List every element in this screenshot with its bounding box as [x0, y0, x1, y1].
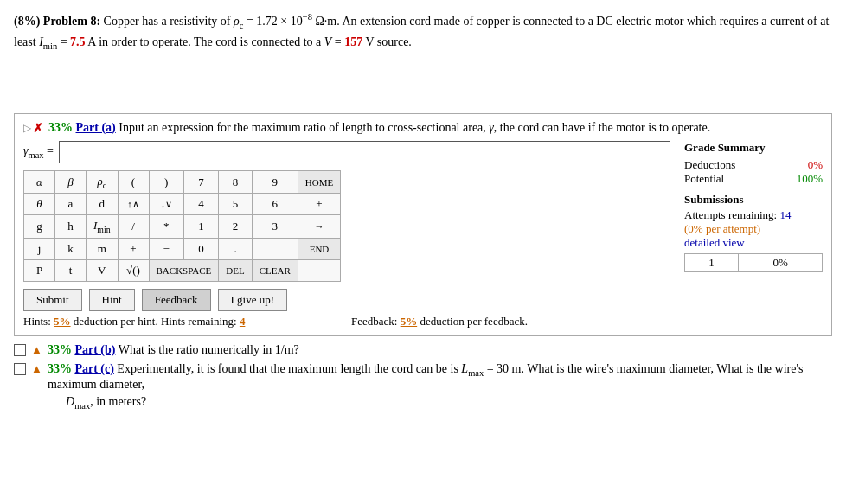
key-slash[interactable]: / [118, 215, 149, 239]
key-open-paren[interactable]: ( [118, 170, 149, 194]
key-plus-r[interactable]: + [298, 194, 340, 215]
part-a-icons: ▷ ✗ [23, 121, 43, 136]
key-k[interactable]: k [55, 239, 87, 260]
key-up-arr[interactable]: ↑∧ [118, 194, 149, 215]
attempts-link[interactable]: 14 [779, 208, 791, 221]
attempts-text: Attempts remaining: 14 [684, 208, 823, 222]
deductions-val: 0% [808, 158, 823, 172]
feedback-text: Feedback: 5% deduction per feedback. [351, 315, 670, 329]
key-g[interactable]: g [24, 215, 55, 239]
key-6[interactable]: 6 [252, 194, 298, 215]
key-h[interactable]: h [55, 215, 87, 239]
sub-pct: 0% [739, 253, 823, 271]
part-c-percent: 33% [48, 362, 72, 375]
deductions-label: Deductions [684, 158, 735, 172]
input-label: γmax = [23, 144, 54, 160]
submit-button[interactable]: Submit [23, 289, 82, 311]
key-alpha[interactable]: α [24, 170, 55, 194]
key-home[interactable]: HOME [298, 170, 340, 194]
hints-feedback-row: Hints: 5% deduction per hint. Hints rema… [23, 315, 670, 329]
part-c-dmax: Dmax, in meters? [14, 395, 832, 411]
problem-statement: (8%) Problem 8: Copper has a resistivity… [14, 10, 832, 54]
part-c-row: ▲ 33% Part (c) Experimentally, it is fou… [14, 362, 832, 392]
part-b-warning-icon: ▲ [31, 343, 42, 357]
expand-icon[interactable]: ▷ [23, 122, 31, 135]
key-0[interactable]: 0 [183, 239, 218, 260]
part-b-section: ▲ 33% Part (b) What is the ratio numeric… [14, 343, 832, 357]
part-b-row: ▲ 33% Part (b) What is the ratio numeric… [14, 343, 832, 357]
key-P[interactable]: P [24, 260, 55, 282]
giveup-button[interactable]: I give up! [218, 289, 288, 311]
sub-num: 1 [685, 253, 739, 271]
key-2[interactable]: 2 [219, 215, 252, 239]
feedback-button[interactable]: Feedback [142, 289, 211, 311]
key-1[interactable]: 1 [183, 215, 218, 239]
problem-header: (8%) Problem 8: [14, 15, 100, 28]
part-b-checkbox[interactable] [14, 344, 26, 356]
key-4[interactable]: 4 [183, 194, 218, 215]
key-down-arr[interactable]: ↓∨ [149, 194, 183, 215]
submissions-table: 1 0% [684, 253, 823, 272]
key-7[interactable]: 7 [183, 170, 218, 194]
potential-val: 100% [797, 172, 823, 186]
deductions-row: Deductions 0% [684, 158, 823, 172]
key-8[interactable]: 8 [219, 170, 252, 194]
submissions-title: Submissions [684, 193, 823, 207]
key-del[interactable]: DEL [219, 260, 252, 282]
key-t[interactable]: t [55, 260, 87, 282]
key-5[interactable]: 5 [219, 194, 252, 215]
part-c-warning-icon: ▲ [31, 362, 42, 376]
detailed-view-link[interactable]: detailed view [684, 236, 823, 250]
keyboard-table: α β ρc ( ) 7 8 9 HOME θ a d ↑∧ [23, 170, 341, 282]
key-clear[interactable]: CLEAR [252, 260, 298, 282]
grade-title: Grade Summary [684, 141, 823, 155]
key-V[interactable]: V [87, 260, 119, 282]
part-c-checkbox[interactable] [14, 363, 26, 375]
answer-input-row: γmax = [23, 141, 670, 163]
potential-label: Potential [684, 172, 724, 186]
key-beta[interactable]: β [55, 170, 87, 194]
part-c-section: ▲ 33% Part (c) Experimentally, it is fou… [14, 362, 832, 411]
key-rho-c[interactable]: ρc [87, 170, 119, 194]
key-right-arr[interactable]: → [298, 215, 340, 239]
hints-text: Hints: 5% deduction per hint. Hints rema… [23, 315, 343, 329]
key-star[interactable]: * [149, 215, 183, 239]
action-buttons: Submit Hint Feedback I give up! [23, 289, 670, 311]
part-a-header: ▷ ✗ 33% Part (a) Input an expression for… [23, 121, 823, 136]
close-icon[interactable]: ✗ [33, 121, 43, 136]
part-a-question: Input an expression for the maximum rati… [119, 121, 710, 134]
part-a-percent: 33% [48, 121, 73, 134]
key-d[interactable]: d [87, 194, 119, 215]
key-backspace[interactable]: BACKSPACE [149, 260, 219, 282]
potential-row: Potential 100% [684, 172, 823, 186]
per-attempt-text: (0% per attempt) [684, 222, 823, 236]
key-9[interactable]: 9 [252, 170, 298, 194]
answer-input[interactable] [59, 141, 670, 163]
key-j[interactable]: j [24, 239, 55, 260]
key-a[interactable]: a [55, 194, 87, 215]
key-dot[interactable]: . [219, 239, 252, 260]
key-minus[interactable]: − [149, 239, 183, 260]
part-c-label: Part (c) [74, 362, 113, 375]
part-b-label: Part (b) [74, 343, 115, 356]
key-plus[interactable]: + [118, 239, 149, 260]
part-a-label: Part (a) [76, 121, 116, 134]
grade-summary: Grade Summary Deductions 0% Potential 10… [684, 141, 823, 272]
key-end[interactable]: END [298, 239, 340, 260]
key-empty [252, 239, 298, 260]
key-sqrt[interactable]: √() [118, 260, 149, 282]
key-close-paren[interactable]: ) [149, 170, 183, 194]
key-imin[interactable]: Imin [87, 215, 119, 239]
keyboard: α β ρc ( ) 7 8 9 HOME θ a d ↑∧ [23, 170, 670, 282]
key-3[interactable]: 3 [252, 215, 298, 239]
part-b-question: What is the ratio numerically in 1/m? [119, 343, 299, 356]
key-theta[interactable]: θ [24, 194, 55, 215]
part-c-question: Experimentally, it is found that the max… [48, 362, 804, 391]
key-empty2 [298, 260, 340, 282]
part-a-section: ▷ ✗ 33% Part (a) Input an expression for… [14, 113, 832, 336]
hint-button[interactable]: Hint [89, 289, 135, 311]
key-m[interactable]: m [87, 239, 119, 260]
part-b-percent: 33% [48, 343, 72, 356]
